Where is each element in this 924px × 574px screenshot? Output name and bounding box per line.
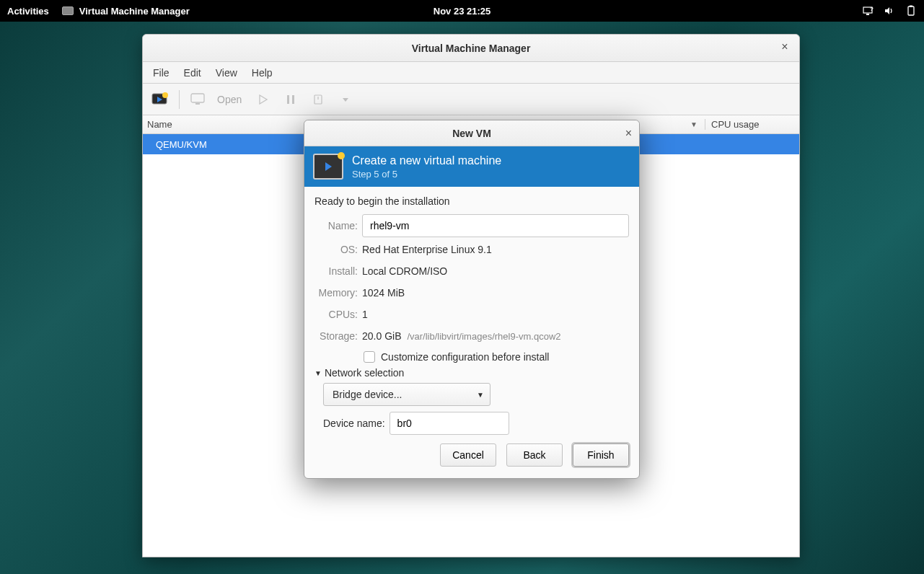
svg-rect-3 (908, 6, 914, 15)
clock[interactable]: Nov 23 21:25 (434, 6, 491, 17)
cpus-value: 1 (362, 309, 629, 320)
storage-value: 20.0 GiB (362, 330, 401, 342)
storage-label: Storage: (314, 330, 362, 342)
os-label: OS: (314, 244, 362, 255)
svg-rect-1 (866, 14, 869, 15)
gnome-topbar: Activities Virtual Machine Manager Nov 2… (0, 0, 924, 22)
svg-rect-8 (191, 94, 204, 102)
open-label: Open (217, 94, 242, 105)
dialog-titlebar[interactable]: New VM × (304, 120, 639, 146)
window-titlebar[interactable]: Virtual Machine Manager × (143, 35, 799, 62)
device-name-input[interactable] (390, 412, 509, 435)
dialog-close-button[interactable]: × (625, 127, 632, 140)
storage-path: /var/lib/libvirt/images/rhel9-vm.qcow2 (407, 331, 560, 342)
svg-text:?: ? (870, 6, 874, 12)
menu-help[interactable]: Help (245, 64, 280, 81)
svg-marker-10 (260, 95, 267, 104)
menubar: File Edit View Help (143, 62, 799, 84)
finish-button[interactable]: Finish (573, 443, 629, 467)
network-combo-value: Bridge device... (333, 389, 402, 400)
customize-checkbox[interactable] (364, 351, 375, 363)
wizard-title: Create a new virtual machine (352, 154, 501, 167)
active-app[interactable]: Virtual Machine Manager (62, 6, 190, 17)
os-value: Red Hat Enterprise Linux 9.1 (362, 244, 629, 255)
power-icon[interactable] (905, 5, 917, 17)
wizard-icon (313, 154, 343, 180)
back-button[interactable]: Back (506, 443, 563, 467)
svg-rect-9 (195, 103, 200, 105)
memory-label: Memory: (314, 287, 362, 299)
column-cpu[interactable]: CPU usage (705, 119, 799, 130)
network-label: Network selection (325, 367, 405, 379)
svg-rect-11 (287, 95, 289, 104)
svg-rect-12 (292, 95, 294, 104)
menu-file[interactable]: File (146, 64, 177, 81)
app-name: Virtual Machine Manager (79, 6, 190, 17)
open-vm-button[interactable] (187, 89, 210, 110)
network-icon[interactable]: ? (862, 5, 874, 17)
install-label: Install: (314, 265, 362, 277)
install-value: Local CDROM/ISO (362, 265, 629, 277)
network-combo[interactable]: Bridge device... ▼ (323, 383, 490, 406)
volume-icon[interactable] (884, 5, 895, 17)
column-name-label: Name (147, 119, 172, 130)
memory-value: 1024 MiB (362, 287, 629, 299)
device-name-label: Device name: (323, 418, 385, 429)
svg-marker-15 (343, 98, 348, 102)
customize-row[interactable]: Customize configuration before install (364, 351, 629, 363)
window-close-button[interactable]: × (778, 40, 792, 55)
cpus-label: CPUs: (314, 309, 362, 320)
menu-edit[interactable]: Edit (177, 64, 208, 81)
run-button[interactable] (252, 89, 275, 110)
toolbar-separator (179, 90, 180, 109)
dialog-header: Create a new virtual machine Step 5 of 5 (304, 146, 639, 187)
pause-button[interactable] (279, 89, 302, 110)
svg-rect-4 (910, 6, 912, 7)
window-title: Virtual Machine Manager (412, 43, 531, 54)
dialog-body: Ready to begin the installation Name: OS… (304, 187, 639, 478)
shutdown-button[interactable] (307, 89, 330, 110)
shutdown-menu-button[interactable] (334, 89, 357, 110)
new-vm-button[interactable] (149, 89, 172, 110)
dialog-buttons: Cancel Back Finish (314, 441, 629, 468)
wizard-step: Step 5 of 5 (352, 169, 501, 180)
menu-view[interactable]: View (208, 64, 245, 81)
customize-label: Customize configuration before install (381, 351, 549, 363)
toolbar: Open (143, 84, 799, 115)
name-label: Name: (314, 220, 362, 231)
ready-text: Ready to begin the installation (314, 195, 629, 207)
activities-button[interactable]: Activities (7, 6, 49, 17)
expander-arrow-icon: ▼ (314, 369, 322, 377)
dialog-title: New VM (452, 128, 491, 139)
cancel-button[interactable]: Cancel (440, 443, 496, 467)
sort-arrow-icon: ▼ (690, 120, 698, 128)
network-expander[interactable]: ▼ Network selection (314, 367, 629, 379)
app-icon (62, 6, 74, 15)
name-input[interactable] (362, 214, 629, 237)
combo-caret-icon: ▼ (477, 391, 484, 399)
new-vm-dialog: New VM × Create a new virtual machine St… (304, 120, 640, 479)
svg-point-7 (162, 92, 168, 98)
